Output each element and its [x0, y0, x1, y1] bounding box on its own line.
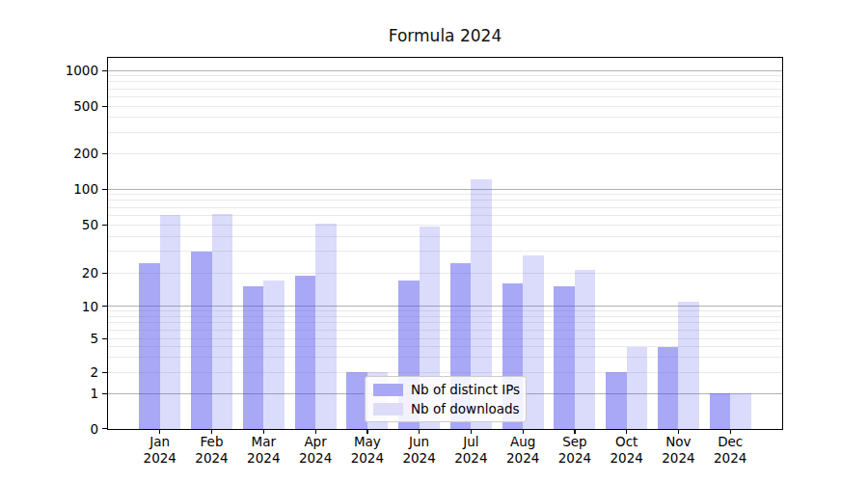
bar-downloads-mar [263, 281, 285, 429]
y-tick-mark [102, 273, 107, 274]
bar-downloads-jan [160, 215, 181, 429]
gridline-minor [108, 215, 782, 216]
y-tick-mark [102, 106, 107, 107]
y-tick-mark [102, 70, 107, 71]
bar-distinct-ips-sep [554, 286, 575, 429]
legend-row-downloads: Nb of downloads [373, 401, 518, 416]
bar-downloads-apr [315, 224, 337, 429]
y-tick-mark [102, 372, 107, 373]
y-tick-label: 500 [56, 98, 98, 114]
y-tick-mark [102, 393, 107, 394]
y-tick-mark [102, 225, 107, 226]
y-tick-label: 20 [56, 265, 98, 281]
gridline-minor [108, 132, 782, 133]
figure: Formula 2024 01251020501002005001000 Jan… [0, 0, 868, 482]
gridline-minor [108, 236, 782, 237]
y-tick-label: 2 [56, 364, 98, 380]
y-tick-label: 1 [56, 386, 98, 401]
bar-downloads-dec [730, 393, 751, 429]
y-tick-label: 1000 [56, 63, 98, 78]
gridline-minor [108, 89, 782, 90]
y-tick-label: 5 [56, 331, 98, 346]
bar-distinct-ips-feb [191, 252, 212, 429]
gridline-minor [108, 96, 782, 97]
legend-swatch-downloads [373, 403, 403, 415]
bar-distinct-ips-oct [606, 372, 627, 429]
legend-label-distinct-ips: Nb of distinct IPs [411, 382, 520, 397]
bar-distinct-ips-mar [243, 286, 264, 429]
y-tick-label: 200 [56, 146, 98, 161]
y-tick-label: 100 [56, 181, 98, 197]
gridline-minor [108, 106, 782, 107]
gridline-major [108, 189, 782, 190]
bar-distinct-ips-jan [139, 263, 160, 429]
bar-downloads-oct [627, 347, 648, 429]
gridline-minor [108, 200, 782, 201]
y-tick-mark [102, 189, 107, 190]
bar-downloads-feb [212, 214, 233, 429]
y-tick-label: 10 [56, 299, 98, 314]
gridline-minor [108, 117, 782, 118]
bar-downloads-nov [678, 302, 699, 429]
y-tick-mark [102, 338, 107, 339]
gridline-minor [108, 194, 782, 195]
gridline-minor [108, 81, 782, 82]
y-tick-mark [102, 153, 107, 154]
bar-downloads-sep [575, 270, 596, 429]
y-tick-mark [102, 428, 107, 429]
y-tick-mark [102, 306, 107, 307]
gridline-minor [108, 225, 782, 226]
bar-distinct-ips-nov [658, 347, 679, 429]
y-tick-label: 0 [56, 421, 98, 437]
gridline-major [108, 70, 782, 71]
plot-area [107, 57, 783, 430]
legend: Nb of distinct IPs Nb of downloads [365, 376, 527, 422]
gridline-minor [108, 207, 782, 208]
bar-distinct-ips-dec [710, 393, 731, 429]
gridline-minor [108, 153, 782, 154]
chart-title: Formula 2024 [108, 26, 782, 45]
x-tick-label-dec: Dec2024 [699, 434, 761, 467]
bar-distinct-ips-apr [295, 276, 316, 429]
y-tick-label: 50 [56, 217, 98, 232]
legend-row-distinct-ips: Nb of distinct IPs [373, 382, 518, 397]
legend-label-downloads: Nb of downloads [411, 401, 520, 416]
gridline-minor [108, 75, 782, 76]
legend-swatch-distinct-ips [373, 384, 403, 396]
